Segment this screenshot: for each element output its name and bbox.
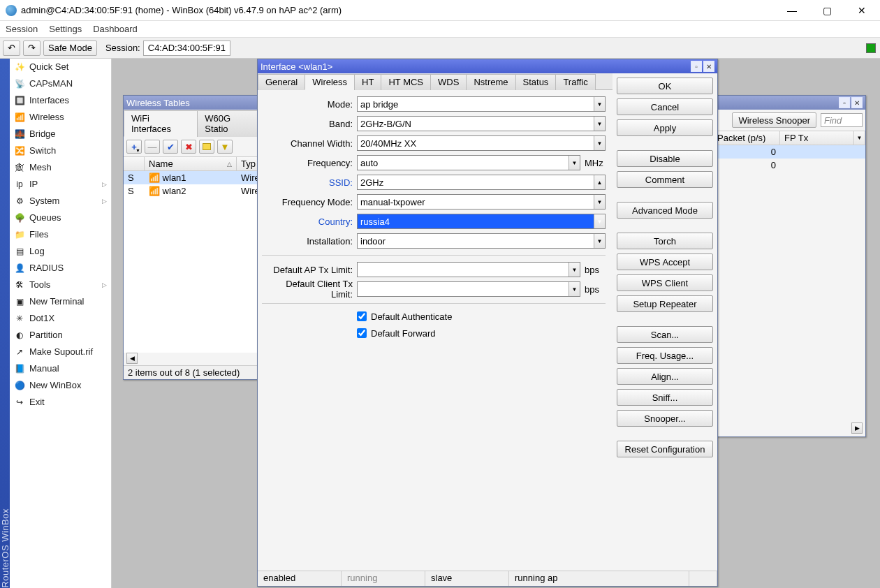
iface-titlebar[interactable]: Interface <wlan1> ▫✕ [258,59,717,73]
check-default-forward[interactable] [357,328,367,338]
check-default-auth[interactable] [357,311,367,321]
sidebar-item-interfaces[interactable]: 🔲Interfaces [10,92,111,109]
scroll-right-icon[interactable]: ▶ [851,422,863,434]
input-frequency[interactable]: auto▼ [357,155,580,170]
freq-usage-button[interactable]: Freq. Usage... [617,347,713,364]
tab-wds[interactable]: WDS [430,74,467,90]
dropdown-icon[interactable]: ▼ [594,234,605,248]
input-mode[interactable]: ap bridge▼ [357,96,606,112]
sidebar-item-tools[interactable]: 🛠Tools▷ [10,277,111,293]
input-ap-tx-limit[interactable]: ▼ [357,262,580,277]
wt-col-name[interactable]: Name△ [145,157,237,170]
scroll-left-icon[interactable]: ◀ [126,353,138,364]
sidebar-item-new-terminal[interactable]: ▣New Terminal [10,293,111,310]
sidebar-item-log[interactable]: ▤Log [10,243,111,260]
rightwin-close-icon[interactable]: ✕ [851,97,863,108]
dropdown-icon[interactable]: ▼ [569,156,580,170]
align-button[interactable]: Align... [617,368,713,385]
sidebar-item-new-winbox[interactable]: 🔵New WinBox [10,377,111,394]
cell-pps-0[interactable]: 0 [713,147,780,157]
dropdown-icon[interactable]: ▼ [594,214,605,228]
sidebar-item-quick-set[interactable]: ✨Quick Set [10,59,111,75]
table-row[interactable]: S📶 wlan1Wire [124,171,262,184]
undo-button[interactable]: ↶ [3,41,20,56]
dropdown-icon[interactable]: ▼ [594,136,605,150]
input-channel-width[interactable]: 20/40MHz XX▼ [357,135,606,151]
setup-repeater-button[interactable]: Setup Repeater [617,295,713,312]
filter-button[interactable]: ▼ [217,140,233,154]
tab-general[interactable]: General [258,74,305,90]
rightwin-titlebar[interactable]: ▫✕ [713,96,865,110]
ok-button[interactable]: OK [617,78,713,94]
menu-dashboard[interactable]: Dashboard [93,24,138,34]
sidebar-item-capsman[interactable]: 📡CAPsMAN [10,75,111,92]
sidebar-item-files[interactable]: 📁Files [10,226,111,243]
dropdown-icon[interactable]: ▼ [594,117,605,131]
tab-w60g[interactable]: W60G Statio [197,110,263,137]
wps-accept-button[interactable]: WPS Accept [617,253,713,270]
snooper-button[interactable]: Snooper... [617,410,713,427]
wtables-titlebar[interactable]: Wireless Tables [124,96,262,110]
sniff-button[interactable]: Sniff... [617,389,713,406]
dropdown-icon[interactable]: ▼ [594,195,605,209]
remove-button[interactable]: — [145,140,160,154]
col-fptx[interactable]: FP Tx [780,131,854,145]
comment-button[interactable] [199,140,214,154]
label-country[interactable]: Country: [262,216,353,227]
apply-button[interactable]: Apply [617,119,713,136]
label-ssid[interactable]: SSID: [262,177,353,188]
tab-traffic[interactable]: Traffic [555,74,595,90]
cell-pps-1[interactable]: 0 [713,160,780,170]
dropdown-icon[interactable]: ▼ [594,97,605,111]
sidebar-item-dot1x[interactable]: ✳Dot1X [10,310,111,327]
sidebar-item-queues[interactable]: 🌳Queues [10,210,111,226]
tab-wireless[interactable]: Wireless [305,74,355,90]
sidebar-item-exit[interactable]: ↪Exit [10,394,111,411]
disable-button[interactable]: Disable [617,150,713,167]
wt-col-flag[interactable] [124,157,145,170]
enable-button[interactable]: ✔ [163,140,178,154]
sidebar-item-switch[interactable]: 🔀Switch [10,142,111,159]
sidebar-handle[interactable]: RouterOS WinBox [0,59,10,588]
input-installation[interactable]: indoor▼ [357,233,606,249]
sidebar-item-bridge[interactable]: 🌉Bridge [10,126,111,142]
input-ssid[interactable]: 2GHz▲ [357,175,606,190]
iface-close-icon[interactable]: ✕ [703,61,714,72]
input-client-tx-limit[interactable]: ▼ [357,281,580,297]
tab-nstreme[interactable]: Nstreme [466,74,515,90]
tab-ht[interactable]: HT [354,74,381,90]
minimize-button[interactable]: — [779,5,805,16]
sidebar-item-manual[interactable]: 📘Manual [10,360,111,377]
sidebar-item-wireless[interactable]: 📶Wireless [10,109,111,126]
redo-button[interactable]: ↷ [23,41,41,56]
sidebar-item-partition[interactable]: ◐Partition [10,327,111,344]
disable-button[interactable]: ✖ [181,140,196,154]
menu-settings[interactable]: Settings [49,24,82,34]
menu-session[interactable]: Session [6,24,38,34]
iface-restore-icon[interactable]: ▫ [691,61,702,72]
up-icon[interactable]: ▲ [594,175,605,189]
reset-configuration-button[interactable]: Reset Configuration [617,441,713,457]
dropdown-icon[interactable]: ▼ [569,282,580,296]
comment-button[interactable]: Comment [617,171,713,188]
sidebar-item-ip[interactable]: ipIP▷ [10,176,111,193]
col-packet[interactable]: Packet (p/s) [713,131,780,145]
tab-ht-mcs[interactable]: HT MCS [381,74,431,90]
table-row[interactable]: S📶 wlan2Wire [124,184,262,198]
find-input[interactable]: Find [821,113,863,127]
cancel-button[interactable]: Cancel [617,98,713,115]
maximize-button[interactable]: ▢ [814,5,839,16]
wps-client-button[interactable]: WPS Client [617,274,713,291]
tab-status[interactable]: Status [515,74,557,90]
safe-mode-button[interactable]: Safe Mode [43,41,97,56]
sidebar-item-radius[interactable]: 👤RADIUS [10,260,111,277]
input-band[interactable]: 2GHz-B/G/N▼ [357,116,606,131]
dropdown-icon[interactable]: ▼ [569,263,580,277]
input-freq-mode[interactable]: manual-txpower▼ [357,194,606,210]
sidebar-item-mesh[interactable]: 🕸Mesh [10,159,111,176]
wireless-snooper-button[interactable]: Wireless Snooper [732,112,816,128]
torch-button[interactable]: Torch [617,233,713,249]
scan-button[interactable]: Scan... [617,326,713,343]
sidebar-item-system[interactable]: ⚙System▷ [10,193,111,210]
tab-wifi-interfaces[interactable]: WiFi Interfaces [124,110,198,137]
